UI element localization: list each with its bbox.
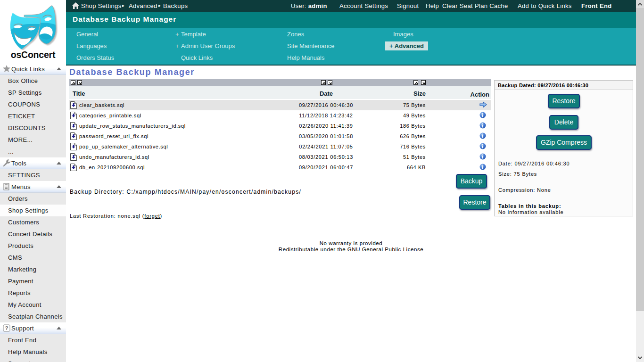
svg-text:?: ?: [5, 325, 8, 331]
